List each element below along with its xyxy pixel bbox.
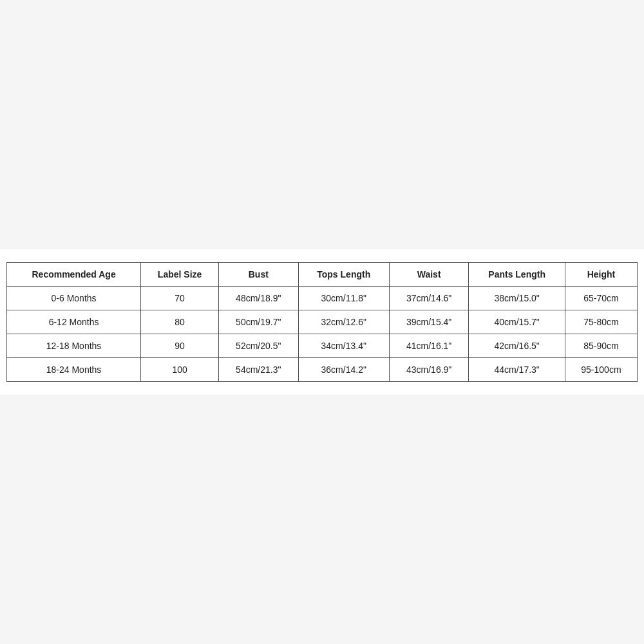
cell-bust: 54cm/21.3" — [219, 358, 299, 382]
header-waist: Waist — [389, 263, 469, 287]
cell-label_size: 80 — [141, 310, 219, 334]
cell-label_size: 90 — [141, 334, 219, 358]
header-label-size: Label Size — [141, 263, 219, 287]
cell-height: 65-70cm — [565, 287, 637, 310]
cell-tops_length: 32cm/12.6" — [298, 310, 389, 334]
cell-waist: 41cm/16.1" — [389, 334, 469, 358]
cell-label_size: 70 — [141, 287, 219, 310]
cell-waist: 39cm/15.4" — [389, 310, 469, 334]
table-row: 6-12 Months8050cm/19.7"32cm/12.6"39cm/15… — [7, 310, 638, 334]
size-chart-container: Recommended Age Label Size Bust Tops Len… — [0, 249, 644, 395]
cell-age: 12-18 Months — [7, 334, 141, 358]
cell-waist: 43cm/16.9" — [389, 358, 469, 382]
cell-bust: 50cm/19.7" — [219, 310, 299, 334]
header-height: Height — [565, 263, 637, 287]
cell-tops_length: 30cm/11.8" — [298, 287, 389, 310]
cell-pants_length: 40cm/15.7" — [469, 310, 565, 334]
cell-tops_length: 34cm/13.4" — [298, 334, 389, 358]
table-row: 0-6 Months7048cm/18.9"30cm/11.8"37cm/14.… — [7, 287, 638, 310]
header-recommended-age: Recommended Age — [7, 263, 141, 287]
cell-age: 0-6 Months — [7, 287, 141, 310]
cell-pants_length: 44cm/17.3" — [469, 358, 565, 382]
header-tops-length: Tops Length — [298, 263, 389, 287]
table-header-row: Recommended Age Label Size Bust Tops Len… — [7, 263, 638, 287]
header-pants-length: Pants Length — [469, 263, 565, 287]
cell-height: 75-80cm — [565, 310, 637, 334]
cell-height: 85-90cm — [565, 334, 637, 358]
cell-bust: 48cm/18.9" — [219, 287, 299, 310]
table-row: 18-24 Months10054cm/21.3"36cm/14.2"43cm/… — [7, 358, 638, 382]
cell-tops_length: 36cm/14.2" — [298, 358, 389, 382]
cell-pants_length: 42cm/16.5" — [469, 334, 565, 358]
cell-pants_length: 38cm/15.0" — [469, 287, 565, 310]
cell-height: 95-100cm — [565, 358, 637, 382]
cell-age: 18-24 Months — [7, 358, 141, 382]
table-row: 12-18 Months9052cm/20.5"34cm/13.4"41cm/1… — [7, 334, 638, 358]
cell-label_size: 100 — [141, 358, 219, 382]
header-bust: Bust — [219, 263, 299, 287]
cell-bust: 52cm/20.5" — [219, 334, 299, 358]
size-chart-table: Recommended Age Label Size Bust Tops Len… — [6, 262, 638, 382]
cell-age: 6-12 Months — [7, 310, 141, 334]
cell-waist: 37cm/14.6" — [389, 287, 469, 310]
